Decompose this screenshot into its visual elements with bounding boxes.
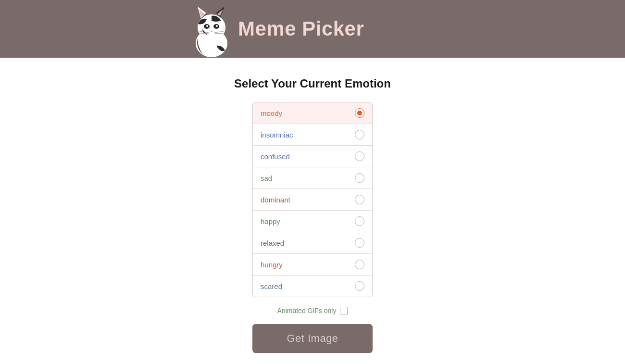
emotion-label-moody: moody <box>261 109 282 117</box>
emotion-label-dominant: dominant <box>261 196 290 204</box>
radio-btn-relaxed[interactable] <box>355 238 364 248</box>
get-image-button[interactable]: Get Image <box>252 324 373 353</box>
radio-btn-hungry[interactable] <box>355 260 364 269</box>
radio-btn-scared[interactable] <box>355 281 364 291</box>
radio-btn-happy[interactable] <box>355 216 364 226</box>
emotion-option-dominant[interactable]: dominant <box>253 189 372 211</box>
cat-mascot <box>188 2 236 58</box>
emotion-label-confused: confused <box>261 152 290 161</box>
radio-btn-sad[interactable] <box>355 173 364 183</box>
svg-point-8 <box>206 25 208 27</box>
section-title: Select Your Current Emotion <box>234 77 391 90</box>
emotion-option-confused[interactable]: confused <box>253 146 372 167</box>
emotion-option-scared[interactable]: scared <box>253 276 372 297</box>
emotion-option-hungry[interactable]: hungry <box>253 254 372 276</box>
gif-options-row: Animated GIFs only <box>277 307 348 314</box>
gif-label: Animated GIFs only <box>277 307 337 314</box>
gif-checkbox[interactable] <box>340 307 348 314</box>
radio-btn-insomniac[interactable] <box>355 130 364 139</box>
emotion-label-scared: scared <box>261 282 282 290</box>
emotion-label-relaxed: relaxed <box>261 239 284 247</box>
app-header: Meme Picker <box>0 0 625 58</box>
emotion-label-happy: happy <box>261 217 280 226</box>
emotion-option-insomniac[interactable]: insomniac <box>253 124 372 146</box>
radio-btn-moody[interactable] <box>355 108 364 118</box>
emotion-option-relaxed[interactable]: relaxed <box>253 232 372 254</box>
main-content: Select Your Current Emotion moodyinsomni… <box>0 58 625 353</box>
emotion-option-sad[interactable]: sad <box>253 167 372 189</box>
emotion-label-insomniac: insomniac <box>261 131 293 139</box>
emotions-list: moodyinsomniacconfusedsaddominanthappyre… <box>252 102 373 297</box>
radio-btn-confused[interactable] <box>355 151 364 161</box>
svg-point-9 <box>216 25 218 27</box>
radio-btn-dominant[interactable] <box>355 195 364 204</box>
emotion-option-moody[interactable]: moody <box>253 102 372 124</box>
emotion-label-hungry: hungry <box>261 261 283 269</box>
app-title: Meme Picker <box>238 17 364 40</box>
emotion-label-sad: sad <box>261 174 272 182</box>
emotion-option-happy[interactable]: happy <box>253 211 372 232</box>
